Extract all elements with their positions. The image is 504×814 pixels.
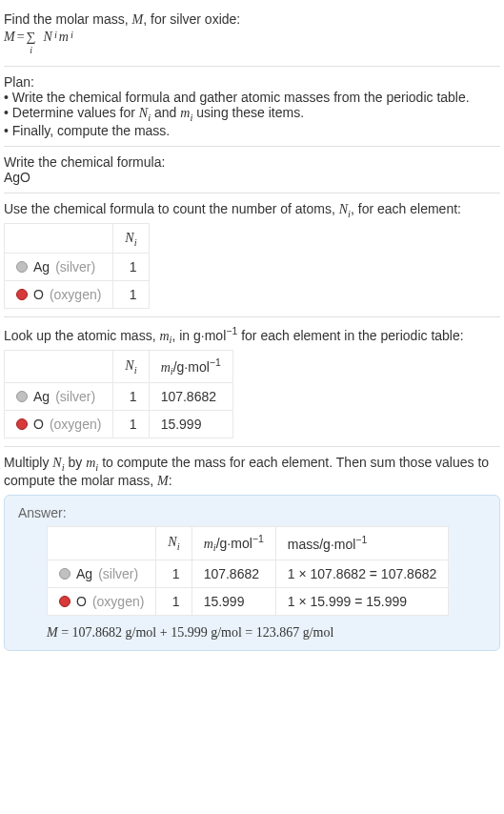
formula-section: Write the chemical formula: AgO bbox=[4, 147, 500, 193]
intro-prefix: Find the molar mass, bbox=[4, 11, 132, 27]
header-m-exp: −1 bbox=[252, 533, 264, 544]
table-row: Ag (silver) 1 107.8682 bbox=[5, 383, 233, 411]
plan-title: Plan: bbox=[4, 74, 500, 90]
final-equation: M = 107.8682 g/mol + 15.999 g/mol = 123.… bbox=[47, 625, 486, 641]
header-mass-text: mass/g·mol bbox=[288, 537, 356, 552]
intro-line: Find the molar mass, M, for silver oxide… bbox=[4, 11, 500, 28]
final-eq-text: = 107.8682 g/mol + 15.999 g/mol = 123.86… bbox=[58, 625, 334, 640]
eq-m: m bbox=[59, 30, 69, 45]
eq-n-sub: i bbox=[54, 30, 57, 40]
multiply-section: Multiply Ni by mi to compute the mass fo… bbox=[4, 447, 500, 658]
element-name: (oxygen) bbox=[92, 594, 144, 609]
multiply-text: Multiply Ni by mi to compute the mass fo… bbox=[4, 455, 500, 489]
plan-b2-suffix: using these items. bbox=[192, 105, 304, 120]
header-m: mi/g·mol−1 bbox=[149, 350, 232, 382]
header-n: Ni bbox=[113, 223, 149, 254]
header-m-unit: /g·mol bbox=[173, 359, 210, 375]
sum-sigma: ∑ bbox=[27, 30, 36, 44]
answer-box: Answer: Ni mi/g·mol−1 mass/g·mol−1 Ag (s… bbox=[4, 495, 500, 650]
ans-n-ag: 1 bbox=[156, 560, 192, 587]
plan-b2-and: and bbox=[151, 105, 180, 120]
sum-symbol: ∑ i bbox=[27, 30, 36, 45]
oxygen-swatch-icon bbox=[59, 596, 71, 607]
table-row: O (oxygen) 1 15.999 bbox=[5, 411, 233, 438]
element-name: (oxygen) bbox=[50, 417, 101, 432]
table-row: O (oxygen) 1 15.999 1 × 15.999 = 15.999 bbox=[48, 587, 449, 615]
molar-equation: M = ∑ i Nimi bbox=[4, 30, 500, 45]
count-n: N bbox=[339, 202, 348, 216]
element-o: O (oxygen) bbox=[5, 411, 113, 438]
element-sym: Ag bbox=[33, 389, 50, 404]
count-title: Use the chemical formula to count the nu… bbox=[4, 201, 500, 219]
table-row: Ag (silver) 1 bbox=[5, 254, 150, 281]
n-o: 1 bbox=[113, 411, 149, 438]
ans-n-o: 1 bbox=[156, 587, 192, 615]
element-name: (oxygen) bbox=[50, 287, 101, 302]
count-ag: 1 bbox=[113, 254, 149, 281]
header-n: Ni bbox=[113, 350, 149, 382]
element-ag: Ag (silver) bbox=[48, 560, 156, 587]
intro-var-m: M bbox=[132, 12, 144, 27]
mass-table: Ni mi/g·mol−1 Ag (silver) 1 107.8682 O (… bbox=[4, 350, 233, 438]
element-ag: Ag (silver) bbox=[5, 254, 113, 281]
mult-by: by bbox=[65, 455, 87, 470]
chemical-formula: AgO bbox=[4, 170, 500, 185]
header-n-var: N bbox=[125, 358, 133, 373]
table-header-row: Ni mi/g·mol−1 bbox=[5, 350, 233, 382]
table-row: O (oxygen) 1 bbox=[5, 281, 150, 309]
table-header-row: Ni bbox=[5, 223, 150, 254]
header-n-sub: i bbox=[134, 236, 137, 247]
eq-m-sub: i bbox=[71, 30, 73, 40]
eq-equals: = bbox=[17, 30, 25, 45]
element-name: (silver) bbox=[55, 389, 95, 404]
element-sym: O bbox=[33, 417, 44, 432]
formula-title: Write the chemical formula: bbox=[4, 154, 500, 170]
table-header-row: Ni mi/g·mol−1 mass/g·mol−1 bbox=[48, 527, 449, 560]
mass-suffix: for each element in the periodic table: bbox=[237, 328, 463, 343]
silver-swatch-icon bbox=[16, 391, 28, 402]
silver-swatch-icon bbox=[16, 261, 28, 273]
header-m-exp: −1 bbox=[210, 356, 221, 368]
header-m-var: m bbox=[161, 360, 171, 375]
mass-prefix: Look up the atomic mass, bbox=[4, 328, 159, 343]
mult-colon: : bbox=[169, 473, 172, 488]
mult-prefix: Multiply bbox=[4, 455, 52, 470]
plan-bullet-2: • Determine values for Ni and mi using t… bbox=[4, 105, 500, 123]
mass-m: m bbox=[159, 329, 169, 343]
element-o: O (oxygen) bbox=[48, 587, 156, 615]
final-M: M bbox=[47, 625, 58, 640]
header-empty bbox=[48, 527, 156, 560]
count-prefix: Use the chemical formula to count the nu… bbox=[4, 201, 339, 216]
plan-b2-m: m bbox=[180, 106, 190, 120]
header-n-sub: i bbox=[177, 541, 180, 552]
intro-suffix: , for silver oxide: bbox=[143, 11, 240, 27]
header-empty bbox=[5, 223, 113, 254]
header-m-unit: /g·mol bbox=[216, 536, 252, 551]
header-n-sub: i bbox=[134, 365, 137, 376]
mass-section: Look up the atomic mass, mi, in g·mol−1 … bbox=[4, 317, 500, 447]
element-ag: Ag (silver) bbox=[5, 383, 113, 411]
ans-mass-ag: 1 × 107.8682 = 107.8682 bbox=[275, 560, 448, 587]
intro-section: Find the molar mass, M, for silver oxide… bbox=[4, 4, 500, 67]
oxygen-swatch-icon bbox=[16, 289, 28, 300]
ans-mass-o: 1 × 15.999 = 15.999 bbox=[275, 587, 448, 615]
header-mass: mass/g·mol−1 bbox=[275, 527, 448, 560]
m-ag: 107.8682 bbox=[149, 383, 232, 411]
mass-title: Look up the atomic mass, mi, in g·mol−1 … bbox=[4, 325, 500, 345]
element-sym: Ag bbox=[76, 566, 92, 581]
mult-Mvar: M bbox=[157, 474, 169, 488]
table-row: Ag (silver) 1 107.8682 1 × 107.8682 = 10… bbox=[48, 560, 449, 587]
mult-n: N bbox=[52, 456, 61, 470]
ans-m-o: 15.999 bbox=[192, 587, 275, 615]
mass-exp: −1 bbox=[226, 325, 237, 336]
count-o: 1 bbox=[113, 281, 149, 309]
ans-m-ag: 107.8682 bbox=[192, 560, 275, 587]
element-sym: O bbox=[76, 594, 87, 609]
header-m-var: m bbox=[204, 537, 213, 551]
element-sym: O bbox=[33, 287, 44, 302]
n-ag: 1 bbox=[113, 383, 149, 411]
count-suffix: , for each element: bbox=[351, 201, 461, 216]
header-m: mi/g·mol−1 bbox=[192, 527, 275, 560]
plan-bullet-1: • Write the chemical formula and gather … bbox=[4, 90, 500, 105]
header-n-var: N bbox=[125, 231, 133, 245]
